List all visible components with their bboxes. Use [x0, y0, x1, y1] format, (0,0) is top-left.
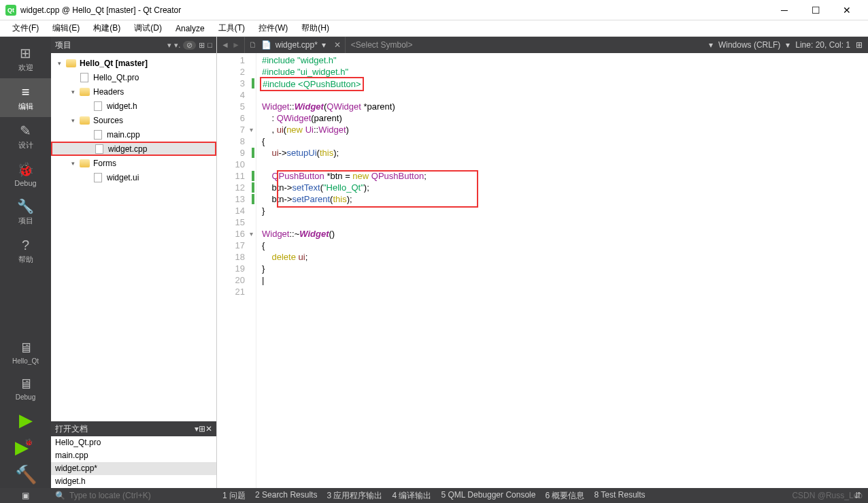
close-file-icon[interactable]: ✕	[330, 40, 345, 50]
locator-input[interactable]	[69, 491, 213, 500]
output-tab[interactable]: 1 问题	[222, 490, 246, 502]
split-editor-icon[interactable]: ⊞	[856, 40, 863, 50]
symbol-selector[interactable]: <Select Symbol>	[346, 40, 418, 50]
line-number[interactable]: 16	[217, 228, 245, 240]
expand-icon[interactable]: ▾	[69, 160, 77, 167]
tree-node[interactable]: Hello_Qt.pro	[51, 70, 216, 84]
tree-node[interactable]: ▾Headers	[51, 84, 216, 99]
filter-icon[interactable]: ▾.	[174, 41, 180, 50]
output-tab[interactable]: 2 Search Results	[255, 490, 317, 502]
menu-item[interactable]: 工具(T)	[212, 22, 252, 34]
add-icon[interactable]: ⊞	[199, 41, 205, 50]
cursor-position[interactable]: Line: 20, Col: 1	[795, 40, 850, 50]
tree-node[interactable]: widget.ui	[51, 170, 216, 184]
expand-icon[interactable]: ▾	[69, 88, 77, 95]
line-number[interactable]: 4	[217, 89, 245, 101]
line-number[interactable]: 6	[217, 112, 245, 124]
tree-node[interactable]: widget.h	[51, 99, 216, 113]
project-tree[interactable]: ▾Hello_Qt [master]Hello_Qt.pro▾Headerswi…	[51, 53, 216, 421]
dropdown-icon[interactable]: ▾	[167, 41, 171, 50]
output-tab[interactable]: 5 QML Debugger Console	[441, 490, 535, 502]
line-number[interactable]: 13	[217, 193, 245, 205]
menu-item[interactable]: Analyze	[169, 24, 212, 33]
tree-node[interactable]: widget.cpp	[51, 142, 216, 156]
rail-mode-设计[interactable]: ✎设计	[0, 117, 51, 156]
line-number[interactable]: 21	[217, 286, 245, 297]
line-gutter[interactable]: 123456789101112131415161718192021	[217, 53, 256, 488]
nav-fwd-icon[interactable]: ►	[232, 40, 240, 50]
nav-back-icon[interactable]: ◄	[221, 40, 229, 50]
line-number[interactable]: 14	[217, 205, 245, 216]
split-icon[interactable]: □	[207, 41, 212, 49]
locator[interactable]: 🔍	[51, 491, 217, 500]
code-line[interactable]: ui->setupUi(this);	[262, 147, 427, 159]
lock-icon[interactable]: 🗋	[249, 40, 257, 50]
rail-mode-编辑[interactable]: ≡编辑	[0, 78, 51, 117]
expand-icon[interactable]: ▾	[55, 60, 63, 67]
rail-mode-项目[interactable]: 🔧项目	[0, 193, 51, 231]
output-tab[interactable]: 8 Test Results	[594, 490, 645, 502]
tree-node[interactable]: ▾Forms	[51, 156, 216, 170]
line-number[interactable]: 1	[217, 54, 245, 66]
rail-action-0[interactable]: 🖥Hello_Qt	[0, 334, 51, 370]
open-doc-item[interactable]: widget.h	[51, 475, 216, 488]
rail-mode-帮助[interactable]: ?帮助	[0, 231, 51, 270]
code-content[interactable]: #include "widget.h"#include "ui_widget.h…	[256, 53, 427, 488]
line-number[interactable]: 5	[217, 101, 245, 112]
code-line[interactable]: #include <QPushButton>	[262, 78, 427, 89]
tree-node[interactable]: ▾Sources	[51, 113, 216, 127]
code-line[interactable]: {	[262, 135, 427, 147]
rail-action-2[interactable]: ▶	[0, 406, 51, 434]
open-doc-item[interactable]: widget.cpp*	[51, 462, 216, 475]
rail-action-1[interactable]: 🖥Debug	[0, 370, 51, 406]
output-tab[interactable]: 4 编译输出	[392, 490, 431, 502]
menu-item[interactable]: 编辑(E)	[46, 22, 86, 34]
code-line[interactable]	[262, 216, 427, 228]
output-tab[interactable]: 6 概要信息	[545, 490, 584, 502]
line-number[interactable]: 17	[217, 240, 245, 251]
code-line[interactable]	[262, 159, 427, 170]
line-number[interactable]: 20	[217, 274, 245, 286]
line-number[interactable]: 2	[217, 66, 245, 78]
link-icon[interactable]: ⊘	[183, 41, 196, 50]
code-line[interactable]	[262, 286, 427, 297]
line-number[interactable]: 8	[217, 135, 245, 147]
code-line[interactable]: Widget::~Widget()	[262, 228, 427, 240]
encoding-dropdown-icon[interactable]: ▾	[786, 40, 790, 50]
line-number[interactable]: 12	[217, 182, 245, 193]
menu-item[interactable]: 调试(D)	[127, 22, 169, 34]
add-icon[interactable]: ⊞	[199, 424, 205, 434]
file-dropdown-icon[interactable]: ▾	[322, 40, 326, 50]
open-doc-item[interactable]: Hello_Qt.pro	[51, 436, 216, 449]
menu-item[interactable]: 构建(B)	[86, 22, 127, 34]
code-line[interactable]: : QWidget(parent)	[262, 112, 427, 124]
code-line[interactable]: |	[262, 274, 427, 286]
rail-action-4[interactable]: 🔨	[0, 461, 51, 488]
menu-item[interactable]: 控件(W)	[252, 22, 295, 34]
menu-item[interactable]: 帮助(H)	[295, 22, 336, 34]
code-line[interactable]: , ui(new Ui::Widget)	[262, 124, 427, 135]
line-number[interactable]: 15	[217, 216, 245, 228]
open-docs-list[interactable]: Hello_Qt.promain.cppwidget.cpp*widget.h	[51, 436, 216, 488]
code-line[interactable]: btn->setParent(this);	[262, 193, 427, 205]
code-line[interactable]: Widget::Widget(QWidget *parent)	[262, 101, 427, 112]
close-panel-icon[interactable]: ✕	[205, 424, 212, 434]
code-line[interactable]: #include "ui_widget.h"	[262, 66, 427, 78]
symbol-dropdown-icon[interactable]: ▾	[709, 40, 713, 50]
line-number[interactable]: 11	[217, 170, 245, 182]
line-ending-label[interactable]: Windows (CRLF)	[718, 40, 780, 50]
output-tab[interactable]: 3 应用程序输出	[327, 490, 382, 502]
maximize-button[interactable]: ☐	[800, 0, 831, 20]
line-number[interactable]: 10	[217, 159, 245, 170]
code-line[interactable]: }	[262, 263, 427, 274]
code-line[interactable]: QPushButton *btn = new QPushButton;	[262, 170, 427, 182]
menu-item[interactable]: 文件(F)	[5, 22, 46, 34]
expand-icon[interactable]: ▾	[69, 117, 77, 124]
line-number[interactable]: 18	[217, 251, 245, 263]
line-number[interactable]: 7	[217, 124, 245, 135]
rail-mode-Debug[interactable]: 🐞Debug	[0, 156, 51, 193]
rail-action-3[interactable]: ▶🐞	[0, 434, 51, 461]
rail-mode-欢迎[interactable]: ⊞欢迎	[0, 39, 51, 78]
line-number[interactable]: 9	[217, 147, 245, 159]
code-line[interactable]: {	[262, 240, 427, 251]
